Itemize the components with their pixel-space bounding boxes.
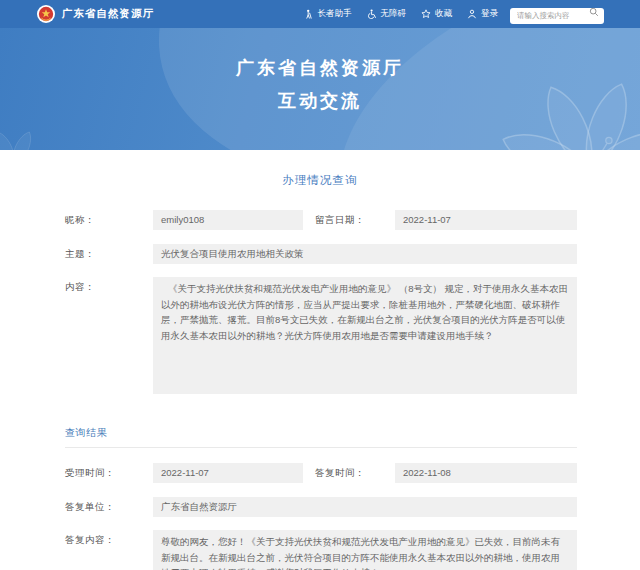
message-date-value-field: 2022-11-07 (395, 210, 577, 230)
reply-content-label: 答复内容： (65, 530, 153, 547)
row-accept-reply-time: 受理时间： 2022-11-07 答复时间： 2022-11-08 (65, 463, 577, 483)
message-date-label: 留言日期： (315, 210, 395, 227)
national-emblem-icon (37, 5, 55, 23)
row-nickname-date: 昵称： emily0108 留言日期： 2022-11-07 (65, 210, 577, 230)
nav-label: 登录 (481, 8, 498, 20)
reply-unit-label: 答复单位： (65, 497, 153, 514)
nav-item-accessibility[interactable]: 无障碍 (367, 8, 407, 20)
nav-label: 无障碍 (381, 8, 407, 20)
header-nav: 长者助手 无障碍 收藏 登录 (304, 8, 499, 20)
query-result-title: 查询结果 (65, 427, 107, 438)
header-search (510, 4, 604, 24)
row-subject: 主题： 光伏复合项目使用农用地相关政策 (65, 244, 577, 264)
accept-time-label: 受理时间： (65, 463, 153, 480)
top-header-bar: 广东省自然资源厅 长者助手 无障碍 收藏 (0, 0, 640, 28)
query-result-section-header: 查询结果 (65, 422, 577, 448)
user-icon (467, 9, 477, 19)
row-reply-content: 答复内容： 尊敬的网友，您好！《关于支持光伏扶贫和规范光伏发电产业用地的意见》已… (65, 530, 577, 570)
nav-item-login[interactable]: 登录 (467, 8, 498, 20)
nav-item-favorite[interactable]: 收藏 (421, 8, 452, 20)
row-content: 内容： 《关于支持光伏扶贫和规范光伏发电产业用地的意见》 （8号文） 规定，对于… (65, 277, 577, 394)
elder-icon (304, 9, 314, 19)
nav-label: 长者助手 (318, 8, 352, 20)
accept-time-value-field: 2022-11-07 (153, 463, 303, 483)
nickname-label: 昵称： (65, 210, 153, 227)
main-content: 办理情况查询 昵称： emily0108 留言日期： 2022-11-07 主题… (0, 150, 640, 570)
subject-value-field: 光伏复合项目使用农用地相关政策 (153, 244, 577, 264)
reply-unit-value-field: 广东省自然资源厅 (153, 497, 577, 517)
content-label: 内容： (65, 277, 153, 294)
banner: 广东省自然资源厅 互动交流 (0, 28, 640, 150)
page-title: 办理情况查询 (0, 150, 640, 188)
reply-time-value-field: 2022-11-08 (395, 463, 577, 483)
nav-label: 收藏 (435, 8, 452, 20)
nickname-value-field: emily0108 (153, 210, 303, 230)
row-reply-unit: 答复单位： 广东省自然资源厅 (65, 497, 577, 517)
content-value-field: 《关于支持光伏扶贫和规范光伏发电产业用地的意见》 （8号文） 规定，对于使用永久… (153, 277, 577, 394)
nav-item-elder-helper[interactable]: 长者助手 (304, 8, 352, 20)
accessibility-icon (367, 9, 377, 19)
banner-title-line1: 广东省自然资源厅 (0, 52, 640, 85)
reply-time-label: 答复时间： (315, 463, 395, 480)
subject-label: 主题： (65, 244, 153, 261)
star-icon (421, 9, 431, 19)
site-title: 广东省自然资源厅 (62, 7, 154, 21)
reply-content-value-field: 尊敬的网友，您好！《关于支持光伏扶贫和规范光伏发电产业用地的意见》已失效，目前尚… (153, 530, 577, 570)
query-result-form: 受理时间： 2022-11-07 答复时间： 2022-11-08 答复单位： … (65, 463, 577, 570)
banner-titles: 广东省自然资源厅 互动交流 (0, 28, 640, 118)
site-logo-home-link[interactable]: 广东省自然资源厅 (37, 5, 154, 23)
banner-title-line2: 互动交流 (0, 85, 640, 118)
search-icon[interactable] (589, 7, 599, 17)
query-form: 昵称： emily0108 留言日期： 2022-11-07 主题： 光伏复合项… (65, 210, 577, 394)
